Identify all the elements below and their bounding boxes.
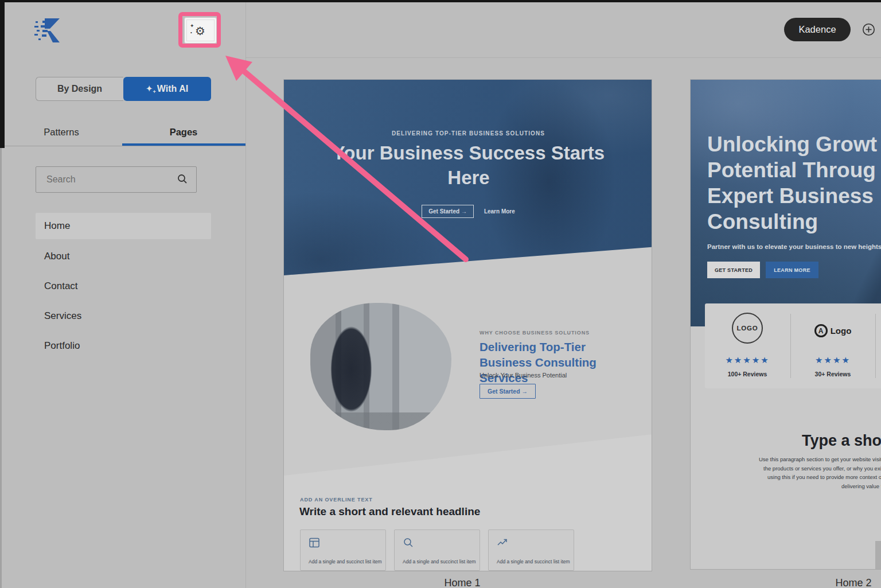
preview2-hero-subtext: Partner with us to elevate your business… — [707, 243, 881, 250]
sidebar-item-label: About — [44, 251, 69, 262]
star-rating: ★★★★ — [790, 355, 875, 365]
preview1-why-subtext: Unlock Your Business Potential — [480, 372, 567, 379]
preview1-blob-image — [310, 303, 451, 430]
by-design-button[interactable]: By Design — [36, 77, 123, 101]
preview1-hero-learn-more-link: Learn More — [484, 208, 515, 215]
sparkle-icon: ✦ — [190, 23, 194, 29]
window-left-hairline — [0, 148, 2, 588]
preview2-get-started-button: GET STARTED — [707, 262, 760, 278]
sidebar-item-label: Contact — [44, 281, 78, 292]
sidebar-item-portfolio[interactable]: Portfolio — [36, 333, 211, 359]
circled-a-logo: A Logo — [790, 324, 875, 337]
preview2-hero-section: Unlocking Growt Potential Throug Expert … — [691, 80, 881, 326]
sidebar-item-label: Home — [44, 220, 70, 232]
page-preview-home-2[interactable]: Unlocking Growt Potential Throug Expert … — [690, 79, 881, 570]
ai-settings-button[interactable]: ⚙ ✦ • — [184, 17, 217, 44]
list-item: Add a single and succinct list item — [300, 529, 386, 571]
review-count: 100+ Reviews — [705, 371, 790, 377]
preview2-paragraph-line: Use this paragraph section to get your w… — [759, 456, 881, 462]
preview1-list-cards: Add a single and succinct list item Add … — [300, 529, 638, 571]
plus-circle-icon — [862, 23, 875, 36]
sidebar-item-about[interactable]: About — [36, 243, 211, 270]
header-divider — [246, 57, 881, 58]
by-design-label: By Design — [57, 84, 102, 94]
list-item: Add a single and succinct list item — [488, 529, 574, 571]
preview2-about-headline: Type a shor — [802, 432, 881, 450]
preview2-image-placeholder — [875, 541, 881, 570]
sidebar-item-services[interactable]: Services — [36, 303, 211, 329]
sidebar-item-home[interactable]: Home — [36, 213, 211, 239]
list-item-text: Add a single and succinct list item — [403, 559, 476, 564]
sidebar-item-label: Services — [44, 310, 81, 322]
window-left-edge — [0, 0, 5, 148]
search-icon — [177, 173, 188, 185]
sidebar-item-contact[interactable]: Contact — [36, 273, 211, 299]
gear-icon: ⚙ — [195, 24, 205, 38]
preview2-paragraph-line: delivering value to — [841, 483, 881, 489]
sidebar-item-label: Portfolio — [44, 340, 80, 352]
add-button[interactable] — [862, 23, 875, 36]
sparkle-icon: ✦+ — [146, 84, 153, 93]
kadence-design-library-screen: { "header": { "kadence_button_label": "K… — [0, 0, 881, 588]
with-ai-button[interactable]: ✦+ With AI — [123, 77, 211, 101]
tab-patterns[interactable]: Patterns — [23, 127, 100, 138]
preview1-why-overline: WHY CHOOSE BUSINESS SOLUTIONS — [480, 330, 590, 336]
tab-pages[interactable]: Pages — [145, 127, 222, 138]
preview2-paragraph-line: the products or services you offer, or w… — [763, 465, 881, 472]
preview1-hero-overline: DELIVERING TOP-TIER BUSINESS SOLUTIONS — [284, 130, 652, 137]
window-top-edge — [0, 0, 881, 2]
search-box — [36, 166, 197, 193]
preview2-reviews-card: LOGO ★★★★★ 100+ Reviews A Logo ★★★★ 30+ … — [705, 303, 881, 388]
preview1-list-overline: ADD AN OVERLINE TEXT — [300, 497, 373, 503]
mode-toggle: By Design ✦+ With AI — [36, 77, 211, 101]
list-item-text: Add a single and succinct list item — [309, 559, 382, 564]
layout-icon — [309, 537, 320, 548]
preview1-hero-headline: Your Business Success Starts Here — [319, 141, 618, 190]
trend-up-icon — [497, 537, 508, 548]
search-icon — [403, 537, 414, 548]
review-divider — [875, 314, 876, 378]
star-rating: ★★★★★ — [705, 355, 790, 365]
with-ai-label: With AI — [157, 84, 188, 94]
search-input[interactable] — [46, 167, 167, 192]
preview2-paragraph-line: using this if you need to provide more c… — [767, 474, 881, 480]
preview1-label: Home 1 — [434, 577, 491, 588]
tabs-bottom-border — [5, 146, 245, 146]
logo-circle: LOGO — [732, 313, 763, 344]
preview1-hero-get-started-button: Get Started → — [422, 205, 474, 218]
list-item: Add a single and succinct list item — [394, 529, 480, 571]
preview1-list-headline: Write a short and relevant headline — [299, 505, 480, 518]
review-count: 30+ Reviews — [790, 371, 875, 377]
preview1-why-get-started-button: Get Started → — [480, 384, 536, 399]
kadence-logo-icon — [33, 14, 63, 46]
page-preview-home-1[interactable]: DELIVERING TOP-TIER BUSINESS SOLUTIONS Y… — [283, 79, 652, 571]
preview2-hero-headline: Unlocking Growt Potential Throug Expert … — [707, 131, 881, 235]
kadence-logo — [33, 14, 63, 46]
list-item-text: Add a single and succinct list item — [497, 559, 570, 564]
review-column: LOGO ★★★★★ 100+ Reviews — [705, 303, 790, 388]
kadence-button-label: Kadence — [798, 24, 836, 35]
kadence-button[interactable]: Kadence — [784, 18, 851, 41]
sidebar-main-divider — [245, 2, 246, 588]
dot-icon: • — [190, 30, 192, 35]
preview2-learn-more-button: LEARN MORE — [766, 262, 818, 278]
review-column: A Logo ★★★★ 30+ Reviews — [790, 303, 875, 388]
preview2-label: Home 2 — [825, 577, 881, 588]
preview1-hero-section: DELIVERING TOP-TIER BUSINESS SOLUTIONS Y… — [284, 80, 652, 275]
